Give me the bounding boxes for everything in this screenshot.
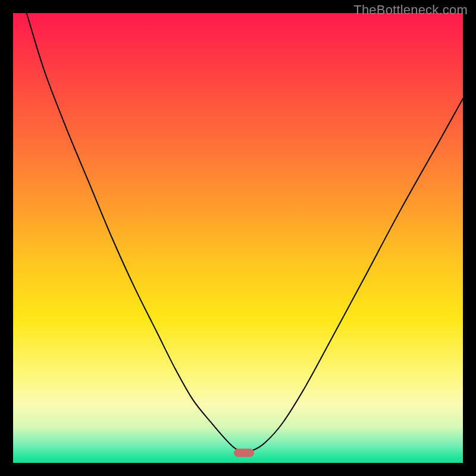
bottleneck-curve xyxy=(27,13,463,452)
best-match-marker xyxy=(234,449,254,457)
plot-area xyxy=(13,13,463,463)
curve-layer xyxy=(13,13,463,463)
watermark-text: TheBottleneck.com xyxy=(353,2,468,18)
chart-frame: TheBottleneck.com xyxy=(0,0,476,476)
